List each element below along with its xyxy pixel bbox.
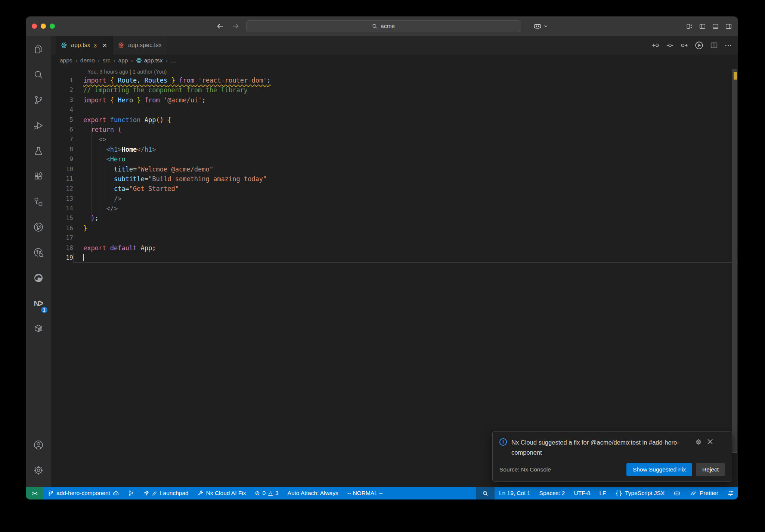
code-line[interactable]: 8 <h1>Home</h1>	[51, 145, 738, 154]
graph-status-item[interactable]	[124, 487, 139, 499]
more-actions-icon[interactable]	[724, 41, 732, 49]
line-number[interactable]: 9	[51, 154, 73, 164]
commit-graph-icon[interactable]	[30, 218, 47, 236]
line-number[interactable]: 4	[51, 105, 73, 115]
remote-indicator[interactable]: ><	[26, 487, 43, 499]
tab-app-spec-tsx[interactable]: app.spec.tsx	[113, 36, 167, 55]
edge-icon[interactable]	[30, 269, 47, 287]
reject-button[interactable]: Reject	[696, 463, 725, 476]
nx-cloud-fix-status-item[interactable]: Nx Cloud AI Fix	[193, 487, 251, 499]
accounts-icon[interactable]	[30, 436, 47, 454]
prettier-status-item[interactable]: ✓✓ Prettier	[685, 487, 723, 499]
code-line[interactable]: 15 );	[51, 213, 738, 223]
containers-icon[interactable]	[30, 320, 47, 338]
code-line[interactable]: 5export function App() {	[51, 115, 738, 125]
scrollbar[interactable]	[731, 66, 738, 487]
line-number[interactable]: 6	[51, 125, 73, 134]
code-line[interactable]: 16}	[51, 223, 738, 233]
toggle-sidebar-icon[interactable]	[699, 23, 706, 30]
code-line[interactable]: 7 <>	[51, 134, 738, 144]
breadcrumb-item[interactable]: apps	[60, 57, 72, 64]
prev-change-icon[interactable]	[652, 41, 660, 49]
branch-status-item[interactable]: add-hero-component	[43, 487, 124, 499]
customize-layout-icon[interactable]	[686, 23, 693, 30]
show-suggested-fix-button[interactable]: Show Suggested Fix	[626, 463, 692, 476]
notification-close-icon[interactable]	[707, 439, 713, 445]
launchpad-status-item[interactable]: Launchpad	[139, 487, 193, 499]
encoding-status-item[interactable]: UTF-8	[570, 487, 595, 499]
close-icon[interactable]	[102, 43, 107, 48]
line-number[interactable]: 1	[51, 75, 73, 85]
code-line[interactable]: 2// importing the component from the lib…	[51, 85, 738, 95]
eol-status-item[interactable]: LF	[595, 487, 610, 499]
editor-pane[interactable]: You, 3 hours ago | 1 author (You) 1impor…	[51, 66, 738, 487]
code-line[interactable]: 6 return (	[51, 125, 738, 134]
source-control-icon[interactable]	[30, 91, 47, 109]
forward-icon[interactable]	[231, 22, 239, 30]
code-line[interactable]: 10 title="Welcmoe @acme/demo"	[51, 164, 738, 174]
indentation-status-item[interactable]: Spaces: 2	[535, 487, 570, 499]
line-number[interactable]: 5	[51, 115, 73, 125]
project-graph-icon[interactable]	[30, 193, 47, 211]
notification-settings-gear-icon[interactable]	[695, 439, 702, 445]
vim-mode-status-item[interactable]: -- NORMAL --	[343, 487, 387, 499]
toggle-secondary-sidebar-icon[interactable]	[725, 23, 732, 30]
line-number[interactable]: 7	[51, 134, 73, 144]
line-number[interactable]: 14	[51, 204, 73, 213]
line-number[interactable]: 16	[51, 223, 73, 233]
extensions-icon[interactable]	[30, 167, 47, 185]
code-line[interactable]: 18export default App;	[51, 243, 738, 253]
line-number[interactable]: 18	[51, 243, 73, 253]
testing-icon[interactable]	[30, 142, 47, 160]
problems-status-item[interactable]: ⊘ 0 △ 3	[250, 487, 283, 499]
line-number[interactable]: 10	[51, 164, 73, 174]
code-line[interactable]: 9 <Hero	[51, 154, 738, 164]
next-change-icon[interactable]	[680, 41, 688, 49]
language-status-item[interactable]: {} TypeScript JSX	[611, 487, 669, 499]
nx-console-icon[interactable]: N> 1	[30, 294, 47, 312]
scrollbar-thumb[interactable]	[732, 69, 737, 453]
split-editor-icon[interactable]	[710, 41, 718, 49]
breadcrumb-item[interactable]: app	[118, 57, 128, 64]
explorer-icon[interactable]	[30, 40, 47, 58]
minimize-window-button[interactable]	[41, 24, 46, 29]
tab-app-tsx[interactable]: app.tsx 3	[56, 36, 113, 55]
line-number[interactable]: 15	[51, 213, 73, 223]
line-number[interactable]: 3	[51, 95, 73, 105]
line-number[interactable]: 12	[51, 184, 73, 194]
notifications-status-item[interactable]	[723, 487, 738, 499]
gitlens-search-icon[interactable]	[30, 244, 47, 262]
breadcrumb-item[interactable]: src	[103, 57, 111, 64]
close-window-button[interactable]	[32, 24, 37, 29]
line-number[interactable]: 8	[51, 145, 73, 154]
code-line[interactable]: 14 </>	[51, 204, 738, 213]
code-line[interactable]: 1import { Route, Routes } from 'react-ro…	[51, 75, 738, 85]
code-line[interactable]: 3import { Hero } from '@acme/ui';	[51, 95, 738, 105]
toggle-panel-icon[interactable]	[712, 23, 719, 30]
code-line[interactable]: 17	[51, 233, 738, 243]
search-icon[interactable]	[30, 66, 47, 84]
line-number[interactable]: 19	[51, 253, 73, 263]
copilot-status-item[interactable]	[669, 487, 685, 499]
line-number[interactable]: 13	[51, 194, 73, 204]
settings-gear-icon[interactable]	[30, 461, 47, 479]
breadcrumb-item[interactable]: demo	[80, 57, 95, 64]
copilot-menu-button[interactable]	[533, 22, 548, 31]
code-line[interactable]: 19	[51, 253, 738, 263]
zoom-window-button[interactable]	[50, 24, 55, 29]
code-line[interactable]: 11 subtitle="Build something amazing tod…	[51, 174, 738, 184]
code-line[interactable]: 12 cta="Get Started"	[51, 184, 738, 194]
breadcrumb-overflow[interactable]: …	[171, 57, 177, 64]
run-circle-icon[interactable]	[694, 41, 704, 50]
changes-icon[interactable]	[666, 41, 674, 49]
command-center-search[interactable]: acme	[246, 20, 521, 32]
line-number[interactable]: 11	[51, 174, 73, 184]
zoom-status-item[interactable]	[476, 487, 495, 499]
line-number[interactable]: 17	[51, 233, 73, 243]
code-line[interactable]: 4	[51, 105, 738, 115]
code-line[interactable]: 13 />	[51, 194, 738, 204]
cursor-position-status-item[interactable]: Ln 19, Col 1	[495, 487, 535, 499]
breadcrumb-file[interactable]: app.tsx	[136, 57, 163, 64]
line-number[interactable]: 2	[51, 85, 73, 95]
auto-attach-status-item[interactable]: Auto Attach: Always	[283, 487, 343, 499]
